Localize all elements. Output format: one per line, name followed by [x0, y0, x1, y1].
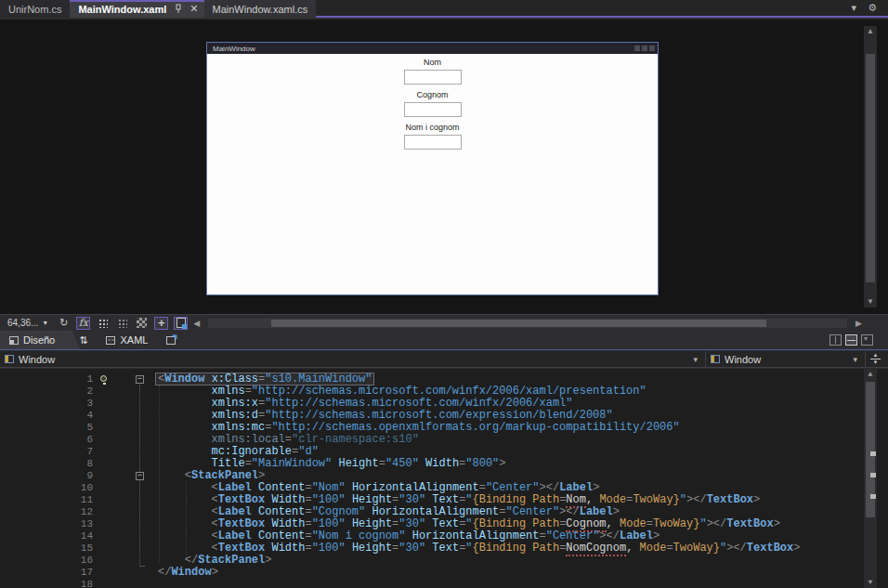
effects-fx-toggle-icon[interactable]: fx — [76, 317, 90, 330]
fold-collapse-icon[interactable]: − — [136, 472, 144, 480]
code-line: 8 Title="MainWindow" Height="450" Width=… — [0, 458, 864, 470]
zoom-level-value: 64,36... — [7, 318, 38, 328]
snap-grid-icon[interactable] — [115, 317, 129, 330]
scrollbar-thumb[interactable] — [271, 320, 766, 327]
gridlines-checker-icon[interactable] — [135, 317, 149, 330]
horizontal-split-icon[interactable] — [845, 334, 857, 346]
element-icon — [5, 355, 14, 363]
design-xaml-splitbar: Diseño ⇅ <> XAML — [0, 331, 888, 350]
element-combobox-right[interactable]: Window ▾ — [706, 351, 866, 367]
close-icon[interactable]: ✕ — [189, 3, 198, 15]
scroll-down-icon[interactable]: ▼ — [864, 577, 877, 588]
line-number: 11 — [0, 494, 93, 506]
line-number: 9 — [0, 470, 93, 482]
design-tab-label: Diseño — [23, 334, 55, 346]
line-number: 4 — [0, 410, 93, 422]
chevron-down-icon: ▼ — [42, 320, 48, 326]
element-combobox-left[interactable]: Window ▾ — [0, 351, 706, 367]
xaml-navigation-bar: Window ▾ Window ▾ ▲▼ — [0, 351, 888, 368]
selected-element-name: Window — [725, 354, 761, 365]
pin-icon[interactable] — [174, 4, 183, 14]
preview-textbox[interactable] — [404, 70, 462, 85]
line-number: 5 — [0, 422, 93, 434]
vertical-split-icon[interactable] — [829, 334, 842, 346]
scroll-left-icon[interactable]: ◀ — [193, 319, 200, 328]
tab-label: UnirNom.cs — [8, 4, 61, 15]
close-icon — [649, 46, 655, 51]
popout-window-icon[interactable] — [166, 336, 176, 345]
zoom-level-combobox[interactable]: 64,36... ▼ — [5, 317, 51, 329]
scroll-down-icon[interactable]: ▼ — [864, 296, 877, 307]
xaml-code-editor[interactable]: 1−<Window x:Class="s10.MainWindow"2 xmln… — [0, 369, 888, 588]
scroll-up-icon[interactable]: ▲ — [864, 369, 877, 380]
designer-toolbar: 64,36... ▼ ↻ fx + ◀ ▶ — [0, 314, 888, 331]
line-number: 8 — [0, 458, 93, 470]
line-number: 6 — [0, 434, 93, 446]
preview-textbox[interactable] — [404, 135, 462, 150]
snap-to-gridlines-icon[interactable] — [174, 317, 188, 330]
line-number: 16 — [0, 555, 93, 567]
design-preview-window[interactable]: MainWindow NomCognomNom i cognom — [206, 42, 659, 295]
scrollbar-thumb[interactable] — [866, 54, 875, 282]
fold-collapse-icon[interactable]: − — [136, 375, 144, 384]
line-number: 15 — [0, 542, 93, 555]
code-line: 17</Window> — [0, 567, 864, 579]
design-view-icon — [9, 336, 19, 345]
tab-xaml-view[interactable]: <> XAML — [97, 331, 157, 349]
occurrence-marker — [870, 473, 876, 477]
designer-horizontal-scrollbar[interactable] — [208, 319, 847, 328]
code-line: 15 <TextBox Width="100" Height="30" Text… — [0, 542, 864, 555]
tab-mainwindow-xaml[interactable]: MainWindow.xaml ✕ — [70, 0, 203, 18]
split-layout-buttons — [829, 334, 888, 346]
scroll-up-icon[interactable]: ▲ — [864, 26, 877, 37]
line-number: 7 — [0, 446, 93, 458]
preview-window-title: MainWindow — [213, 45, 255, 53]
quick-actions-lightbulb-icon[interactable] — [100, 375, 107, 382]
preview-title-bar: MainWindow — [207, 43, 658, 54]
tab-mainwindow-xaml-cs[interactable]: MainWindow.xaml.cs — [204, 0, 317, 18]
element-icon — [711, 355, 720, 363]
tab-label: MainWindow.xaml.cs — [213, 4, 308, 15]
xaml-tab-label: XAML — [120, 334, 148, 346]
vs-xaml-editor-window: UnirNom.cs MainWindow.xaml ✕ MainWindow.… — [0, 0, 888, 588]
tab-list-chevron-down-icon[interactable]: ▾ — [852, 2, 857, 14]
tab-design-view[interactable]: Diseño — [0, 331, 70, 349]
gear-icon[interactable]: ⚙ — [868, 2, 877, 14]
minimize-icon — [634, 46, 640, 51]
editor-split-handle[interactable]: ▲▼ — [870, 351, 888, 367]
tabbar-right-controls: ▾ ⚙ — [852, 0, 888, 16]
chevron-down-icon[interactable]: ▾ — [853, 355, 857, 364]
editor-vertical-scrollbar[interactable]: ▲ ▼ — [864, 369, 877, 588]
scroll-right-icon[interactable]: ▶ — [855, 319, 862, 328]
preview-label: Nom i cognom — [405, 123, 459, 132]
code-line: 5 xmlns:mc="http://schemas.openxmlformat… — [0, 422, 864, 434]
snaplines-crosshair-icon[interactable]: + — [154, 317, 168, 330]
line-number: 17 — [0, 567, 93, 579]
line-number: 18 — [0, 579, 93, 588]
collapse-pane-icon[interactable] — [861, 334, 873, 346]
preview-label: Nom — [424, 58, 441, 67]
line-number: 10 — [0, 482, 93, 494]
line-number: 2 — [0, 385, 93, 398]
preview-textbox[interactable] — [404, 102, 462, 117]
show-grid-icon[interactable] — [96, 317, 110, 330]
design-surface[interactable]: MainWindow NomCognomNom i cognom ▲ ▼ — [0, 20, 888, 314]
tab-unirnom-cs[interactable]: UnirNom.cs — [0, 0, 70, 18]
code-line: 18 — [0, 579, 864, 588]
preview-form: NomCognomNom i cognom — [207, 54, 658, 150]
code-line: 6 xmlns:local="clr-namespace:s10" — [0, 434, 864, 446]
selected-element-name: Window — [19, 354, 55, 365]
xaml-view-icon: <> — [106, 336, 115, 345]
line-number: 14 — [0, 530, 93, 542]
preview-label: Cognom — [416, 90, 448, 99]
line-number: 12 — [0, 506, 93, 518]
line-number: 13 — [0, 518, 93, 530]
refresh-icon[interactable]: ↻ — [57, 317, 71, 330]
chevron-down-icon[interactable]: ▾ — [693, 355, 698, 364]
code-line: 16 </StackPanel> — [0, 555, 864, 567]
designer-vertical-scrollbar[interactable]: ▲ ▼ — [864, 26, 877, 307]
document-tab-bar: UnirNom.cs MainWindow.xaml ✕ MainWindow.… — [0, 0, 888, 18]
maximize-icon — [642, 46, 647, 51]
line-number: 3 — [0, 398, 93, 410]
swap-panes-icon[interactable]: ⇅ — [79, 334, 87, 346]
